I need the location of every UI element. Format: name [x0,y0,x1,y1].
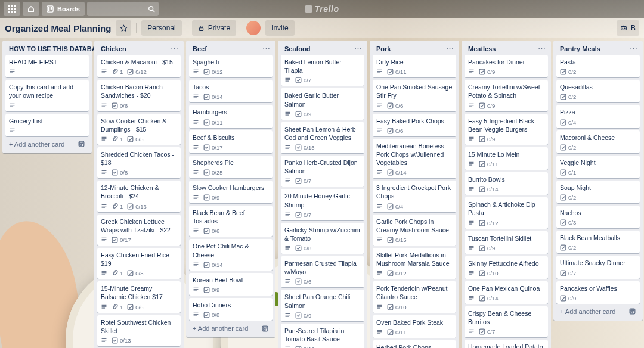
board-canvas[interactable]: HOW TO USE THIS DATABASE⋯READ ME FIRSTCo… [0,38,644,348]
card-template-button[interactable] [627,306,637,317]
card[interactable]: Korean Beef Bowl0/9 [189,273,273,296]
card[interactable]: Greek Chicken Lettuce Wraps with Tzatzik… [97,215,181,246]
card[interactable]: Rotel Southwest Chicken Skillet0/13 [97,315,181,346]
card[interactable]: Skillet Pork Medallions in Mushroom Mars… [373,248,456,279]
card[interactable]: READ ME FIRST [5,55,89,77]
card[interactable]: Skinny Fettuccine Alfredo0/10 [465,256,548,279]
list-title[interactable]: Pantry Meals [560,45,600,52]
list-title[interactable]: Beef [193,45,207,52]
card[interactable]: Pork Tenderloin w/Peanut Cilantro Sauce0… [373,281,456,312]
boards-button[interactable]: Boards [42,2,85,16]
description-icon [468,136,475,142]
visibility-button[interactable]: Private [192,20,236,36]
card[interactable]: Copy this card and add your own recipe [5,80,89,111]
card[interactable]: Easy Baked Pork Chops0/6 [373,114,456,136]
team-button[interactable]: Personal [141,20,181,36]
home-button[interactable] [23,2,39,16]
card[interactable]: Black Bean Meatballs0/2 [556,231,640,253]
list-menu-button[interactable]: ⋯ [446,45,454,52]
card[interactable]: Pizza0/4 [556,105,640,128]
star-button[interactable] [116,20,131,36]
card[interactable]: Slow Cooker Chicken & Dumplings - $1510/… [97,114,181,145]
list-title[interactable]: Seafood [284,45,310,52]
card[interactable]: One Pan Mexican Quinoa0/14 [465,281,548,304]
card[interactable]: Garlic Pork Chops in Creamy Mushroom Sau… [373,215,456,246]
card-title: 20 Minute Honey Garlic Shrimp [284,192,361,209]
card[interactable]: Grocery List [5,114,89,136]
card[interactable]: 12-Minute Chicken & Broccoli - $2410/13 [97,181,181,212]
list-menu-button[interactable]: ⋯ [171,45,178,52]
card[interactable]: Spinach & Artichoke Dip Pasta0/12 [465,197,548,228]
board-menu-button[interactable]: B [617,20,639,36]
card[interactable]: One Pot Chili Mac & Cheese0/14 [189,239,273,270]
add-card-button[interactable]: + Add another card [193,325,248,332]
card[interactable]: Macoroni & Cheese0/2 [556,130,640,153]
list-menu-button[interactable]: ⋯ [630,45,637,52]
list-menu-button[interactable]: ⋯ [262,45,270,52]
card[interactable]: Baked Garlic Butter Salmon0/9 [281,88,364,119]
list-menu-button[interactable]: ⋯ [538,45,546,52]
card[interactable]: One Pan Smoked Sausage Stir Fry0/6 [373,80,456,111]
list-title[interactable]: HOW TO USE THIS DATABASE [9,45,105,52]
card[interactable]: Tacos0/14 [189,80,273,102]
card[interactable]: Dirty Rice0/11 [373,55,456,77]
card[interactable]: Herbed Pork Chops w/Garlic Butter0/8 [373,340,456,348]
card[interactable]: Easy 5-Ingredient Black Bean Veggie Burg… [465,114,548,145]
card[interactable]: 3 Ingredient Crockpot Pork Chops0/4 [373,181,456,212]
card[interactable]: Quesadillas0/2 [556,80,640,102]
list-title[interactable]: Chicken [101,45,126,52]
card[interactable]: Panko Herb-Crusted Dijon Salmon0/7 [281,156,364,187]
attachments-badge: 1 [112,270,123,276]
member-avatar[interactable] [246,21,261,35]
card[interactable]: Soup Night0/2 [556,181,640,203]
card[interactable]: 15 Minute Lo Mein0/11 [465,147,548,170]
card[interactable]: Slow Cooker Hamburgers0/9 [189,181,273,203]
card[interactable]: Hamburgers0/11 [189,105,273,128]
card[interactable]: Sheet Pan Lemon & Herb Cod and Green Veg… [281,122,364,153]
card[interactable]: Pancakes or Waffles0/9 [556,281,640,304]
card[interactable]: Pancakes for Dinner0/9 [465,55,548,77]
card[interactable]: Mediterranean Boneless Pork Chops w/Juli… [373,139,456,179]
invite-button[interactable]: Invite [265,20,295,36]
card[interactable]: Chicken Bacon Ranch Sandwiches - $200/6 [97,80,181,111]
search-field[interactable] [87,2,159,16]
description-icon [193,69,199,75]
card[interactable]: Pasta0/2 [556,55,640,77]
card-template-button[interactable] [259,323,270,334]
card[interactable]: Sheet Pan Orange Chili Salmon0/9 [281,290,364,321]
card[interactable]: Easy Chicken Fried Rice - $1910/8 [97,248,181,279]
card-title: Spinach & Artichoke Dip Pasta [468,200,544,217]
card[interactable]: Hobo Dinners0/8 [189,298,273,321]
card[interactable]: Tuscan Tortellini Skillet0/9 [465,231,548,254]
card[interactable]: Ultimate Snacky Dinner0/7 [556,256,640,278]
card[interactable]: Black Bean & Beef Tostados0/6 [189,206,273,237]
card[interactable]: Crispy Bean & Cheese Burritos0/7 [465,306,548,337]
card[interactable]: Baked Lemon Butter Tilapia0/7 [281,55,364,86]
card[interactable]: Veggie Night0/1 [556,156,640,178]
card-template-button[interactable] [76,139,86,150]
card[interactable]: Parmesan Crusted Tilapia w/Mayo0/6 [281,256,364,287]
list-title[interactable]: Meatless [468,45,496,52]
card[interactable]: Pan-Seared Tilapia in Tomato Basil Sauce… [281,324,364,348]
card[interactable]: 20 Minute Honey Garlic Shrimp0/7 [281,189,364,220]
card[interactable]: 15-Minute Creamy Balsamic Chicken $1710/… [97,281,181,312]
checklist-badge: 0/9 [479,102,495,109]
card[interactable]: Beef & Biscuits0/17 [189,130,273,153]
add-card-button[interactable]: + Add another card [9,141,64,148]
board-title[interactable]: Organized Meal Planning [5,23,111,33]
list-menu-button[interactable]: ⋯ [354,45,362,52]
card[interactable]: Homemade Loaded Potato Soup0/8 [465,340,548,348]
card[interactable]: Spaghetti0/12 [189,55,273,77]
add-card-button[interactable]: + Add another card [560,308,615,315]
card[interactable]: Oven Baked Pork Steak0/11 [373,315,456,338]
card[interactable]: Burrito Bowls0/14 [465,172,548,195]
card[interactable]: Garlicky Shrimp w/Zucchini & Tomato0/8 [281,223,364,254]
list-title[interactable]: Pork [376,45,391,52]
checklist-badge: 0/9 [479,136,495,142]
card[interactable]: Shepherds Pie0/25 [189,156,273,178]
card[interactable]: Creamy Tortellini w/Sweet Potato & Spina… [465,80,548,111]
card[interactable]: Nachos0/3 [556,206,640,228]
card[interactable]: Shredded Chicken Tacos - $180/8 [97,147,181,178]
apps-button[interactable] [4,2,20,16]
card[interactable]: Chicken & Macaroni - $1510/12 [97,55,181,77]
